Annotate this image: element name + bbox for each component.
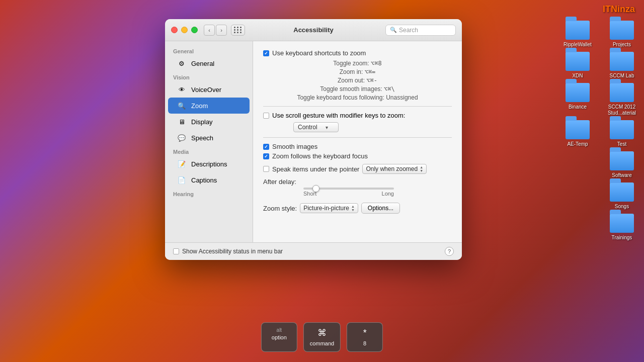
icon-label: Songs (615, 204, 629, 210)
keyboard-focus-label: Zoom follows the keyboard focus (272, 152, 368, 160)
smooth-images-row: Smooth images (263, 143, 452, 150)
speak-items-value: Only when zoomed (366, 165, 418, 172)
zoom-in-line: Zoom in: ⌥⌘= (263, 68, 452, 75)
desktop-icon-row-1: RippleWallet Projects (559, 21, 640, 48)
delay-slider-container: Short Long (303, 188, 452, 197)
delay-slider-track[interactable] (303, 188, 394, 190)
desktop-icon-aetemp[interactable]: AE-Temp (559, 120, 596, 147)
sidebar-item-label-zoom: Zoom (191, 102, 208, 110)
divider-1 (263, 106, 452, 107)
toggle-smooth-label: Toggle smooth images: (320, 85, 382, 93)
keyboard-shortcuts-checkbox[interactable] (263, 50, 269, 56)
sidebar-item-zoom[interactable]: 🔍 Zoom (168, 98, 250, 114)
options-button[interactable]: Options... (361, 203, 400, 214)
minimize-button[interactable] (181, 27, 188, 33)
speak-items-row: Speak items under the pointer Only when … (263, 164, 452, 174)
help-button[interactable]: ? (445, 247, 454, 256)
desktop-icon-row-3: Binance SCCM 2012 Stud...aterial (559, 83, 640, 116)
desktop-icon-xdn[interactable]: XDN (559, 52, 596, 79)
modifier-dropdown[interactable]: Control ▾ (293, 122, 339, 132)
speak-items-dropdown[interactable]: Only when zoomed ▲ ▼ (362, 164, 427, 174)
toggle-smooth-key: ⌥⌘\ (384, 85, 395, 93)
zoom-arrow-down: ▼ (351, 208, 355, 212)
folder-icon (566, 21, 590, 40)
modifier-arrow: ▾ (326, 125, 328, 130)
maximize-button[interactable] (191, 27, 198, 33)
sidebar-item-display[interactable]: 🖥 Display (168, 114, 250, 130)
folder-icon (610, 214, 634, 233)
desktop-icon-software[interactable]: Software (604, 151, 640, 178)
toggle-zoom-line: Toggle zoom: ⌥⌘8 (263, 60, 452, 67)
desktop-icon-ripplewallet[interactable]: RippleWallet (559, 21, 596, 48)
forward-button[interactable]: › (216, 25, 227, 36)
scroll-gesture-checkbox[interactable] (263, 113, 269, 119)
icon-label: XDN (572, 73, 583, 79)
window-body: General ⚙ General Vision 👁 VoiceOver 🔍 Z… (165, 41, 462, 242)
icon-label: Test (617, 141, 626, 147)
status-bar-checkbox[interactable] (173, 248, 179, 254)
icon-label: SCCM 2012 Stud...aterial (604, 104, 640, 116)
desktop-icon-row-5: Software (604, 151, 640, 178)
zoom-style-dropdown[interactable]: Picture-in-picture ▲ ▼ (300, 203, 358, 213)
folder-icon (566, 52, 590, 71)
toggle-zoom-label: Toggle zoom: (333, 60, 369, 67)
scroll-gesture-label: Use scroll gesture with modifier keys to… (272, 112, 405, 119)
divider-2 (263, 137, 452, 138)
content-panel: Use keyboard shortcuts to zoom Toggle zo… (253, 41, 462, 242)
zoom-out-key: ⌥⌘- (366, 77, 377, 84)
general-icon: ⚙ (176, 58, 187, 69)
sidebar-item-label-descriptions: Descriptions (191, 160, 227, 168)
nav-buttons: ‹ › (204, 25, 227, 36)
desktop-icon-projects[interactable]: Projects (604, 21, 640, 48)
desktop-icon-row-4: AE-Temp Test (559, 120, 640, 147)
folder-icon (566, 120, 590, 139)
toggle-focus-line: Toggle keyboard focus following: Unassig… (263, 94, 452, 101)
display-icon: 🖥 (176, 116, 187, 127)
sidebar-item-captions[interactable]: 📄 Captions (168, 172, 250, 188)
desktop-icon-sccmlab[interactable]: SCCM Lab (604, 52, 640, 79)
key-name-8: 8 (353, 340, 376, 347)
delay-slider-thumb[interactable] (312, 185, 319, 192)
desktop-icon-row-2: XDN SCCM Lab (559, 52, 640, 79)
title-bar: ‹ › Accessibility 🔍 Sear (165, 19, 462, 41)
zoom-style-arrows: ▲ ▼ (351, 205, 355, 212)
zoom-out-label: Zoom out: (338, 77, 365, 84)
keyboard-focus-checkbox[interactable] (263, 153, 269, 159)
desktop-icon-binance[interactable]: Binance (559, 83, 596, 116)
icon-label: RippleWallet (564, 42, 592, 48)
sidebar-item-voiceover[interactable]: 👁 VoiceOver (168, 81, 250, 98)
sidebar-group-hearing: Hearing (165, 188, 253, 198)
grid-dot (237, 27, 238, 28)
grid-button[interactable] (231, 25, 245, 36)
folder-icon (566, 83, 590, 102)
sidebar-item-descriptions[interactable]: 📝 Descriptions (168, 156, 250, 172)
long-label: Long (382, 191, 394, 197)
arrow-down: ▼ (420, 169, 423, 172)
footer-checkbox-row: Show Accessibility status in menu bar (173, 248, 283, 255)
key-sym-asterisk: * (353, 327, 376, 339)
close-button[interactable] (171, 27, 178, 33)
desktop-icon-sccm2012[interactable]: SCCM 2012 Stud...aterial (604, 83, 640, 116)
sidebar-item-general[interactable]: ⚙ General (168, 55, 250, 71)
desktop-icon-songs[interactable]: Songs (604, 183, 640, 210)
icon-label: Software (612, 172, 631, 178)
grid-dot (234, 27, 235, 28)
back-button[interactable]: ‹ (204, 25, 215, 36)
smooth-images-checkbox[interactable] (263, 144, 269, 150)
zoom-style-row: Zoom style: Picture-in-picture ▲ ▼ Optio… (263, 203, 452, 214)
sidebar-group-general: General (165, 45, 253, 55)
folder-icon (610, 21, 634, 40)
desktop-icon-test[interactable]: Test (604, 120, 640, 147)
folder-icon (610, 83, 634, 102)
voiceover-icon: 👁 (176, 84, 187, 95)
sidebar-item-label-speech: Speech (191, 134, 213, 142)
key-command: ⌘ command (303, 322, 341, 352)
sidebar-item-speech[interactable]: 💬 Speech (168, 130, 250, 146)
speak-items-checkbox[interactable] (263, 166, 269, 172)
icon-label: Binance (569, 104, 587, 110)
desktop-icon-trainings[interactable]: Trainings (604, 214, 640, 241)
search-input[interactable]: Search (399, 27, 451, 34)
folder-icon (610, 52, 634, 71)
key-name-command: command (310, 340, 334, 347)
search-bar[interactable]: 🔍 Search (385, 25, 456, 36)
